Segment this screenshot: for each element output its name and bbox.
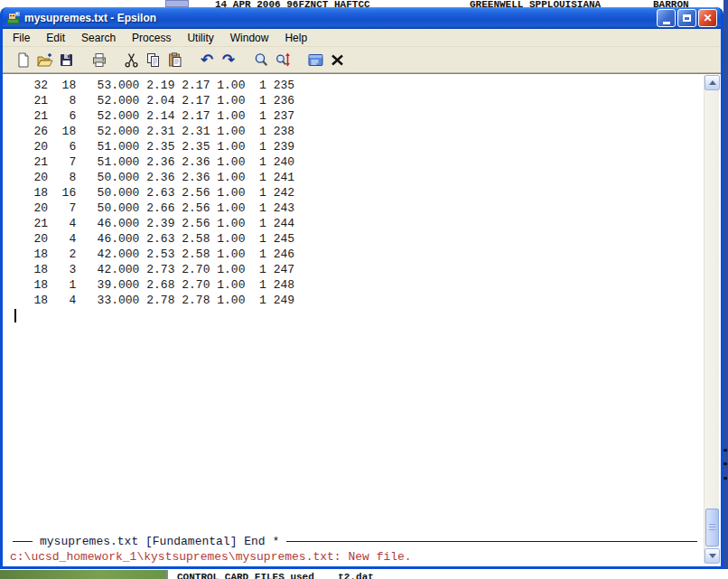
editor-line: 20 7 50.000 2.66 2.56 1.00 1 243 [13, 201, 721, 216]
mode-line-dash [13, 541, 33, 542]
maximize-icon [683, 14, 691, 22]
paste-button[interactable] [163, 49, 185, 70]
delete-button[interactable] [326, 49, 348, 70]
delete-x-icon [329, 51, 346, 69]
text-cursor [14, 309, 16, 322]
dialog-window-button[interactable] [304, 49, 326, 70]
background-window-bottom-sliver: CONTROL CARD FILES used t2.dat [0, 569, 728, 579]
editor-line: 21 7 51.000 2.36 2.36 1.00 1 240 [13, 154, 721, 170]
cut-button[interactable] [120, 49, 142, 70]
editor-line: 21 4 46.000 2.39 2.56 1.00 1 244 [13, 216, 721, 231]
save-floppy-icon [58, 51, 75, 69]
close-icon: ✕ [703, 13, 712, 23]
menu-file[interactable]: File [5, 30, 38, 46]
search-icon [253, 51, 270, 69]
maximize-button[interactable] [677, 9, 696, 27]
background-lavender-box [165, 0, 189, 7]
mode-line: mysupremes.txt [Fundamental] End * [3, 534, 721, 549]
editor-line: 21 6 52.000 2.14 2.17 1.00 1 237 [13, 108, 721, 124]
epsilon-app-icon [6, 11, 21, 25]
search-button[interactable] [250, 49, 272, 70]
background-text-fragment: BARRON [653, 0, 689, 7]
undo-button[interactable]: ↶ [196, 49, 218, 70]
text-editor[interactable]: 32 18 53.000 2.19 2.17 1.00 1 235 21 8 5… [3, 74, 721, 534]
background-text-fragment: GREENWELL SPPLOUISIANA [470, 0, 601, 7]
background-text-fragment: CONTROL CARD FILES used t2.dat [177, 572, 374, 579]
editor-line: 18 3 42.000 2.73 2.70 1.00 1 247 [13, 262, 721, 277]
open-folder-icon [36, 51, 53, 69]
menu-edit[interactable]: Edit [38, 30, 73, 46]
redo-icon: ↷ [222, 52, 235, 68]
background-window-top-sliver: 14 APR 2006 96FZNCT HAFTCC GREENWELL SPP… [0, 0, 723, 7]
scroll-up-icon [709, 80, 716, 85]
new-file-icon [14, 51, 32, 69]
save-button[interactable] [55, 49, 77, 70]
scroll-up-button[interactable] [705, 75, 720, 90]
menu-search[interactable]: Search [73, 30, 124, 46]
redo-button[interactable]: ↷ [218, 49, 239, 70]
scrollbar-grip [709, 524, 715, 531]
menubar: File Edit Search Process Utility Window … [3, 29, 721, 47]
echo-line: c:\ucsd_homework_1\kystsupremes\mysuprem… [3, 549, 721, 566]
editor-line: 18 4 33.000 2.78 2.78 1.00 1 249 [13, 293, 721, 308]
search-replace-icon [275, 51, 292, 69]
scroll-down-icon [709, 554, 716, 558]
menu-utility[interactable]: Utility [179, 30, 221, 46]
menu-process[interactable]: Process [124, 30, 179, 46]
open-file-button[interactable] [33, 49, 55, 70]
copy-button[interactable] [142, 49, 163, 70]
toolbar: ↶ ↷ [3, 47, 721, 73]
print-button[interactable] [88, 49, 109, 70]
dialog-window-icon [307, 51, 324, 69]
menu-help[interactable]: Help [276, 30, 315, 46]
menu-window[interactable]: Window [222, 30, 277, 46]
copy-icon [145, 51, 162, 69]
scrollbar-thumb[interactable] [705, 509, 719, 546]
background-text-fragment: 14 APR 2006 96FZNCT HAFTCC [215, 0, 370, 7]
background-window-right-sliver [723, 0, 728, 579]
vertical-scrollbar[interactable] [704, 75, 719, 564]
close-button[interactable]: ✕ [698, 9, 717, 27]
printer-icon [90, 51, 107, 69]
editor-line: 18 1 39.000 2.68 2.70 1.00 1 248 [13, 277, 721, 293]
editor-line: 21 8 52.000 2.04 2.17 1.00 1 236 [13, 93, 721, 108]
editor-line: 32 18 53.000 2.19 2.17 1.00 1 235 [13, 78, 721, 93]
scroll-down-button[interactable] [705, 548, 720, 564]
scissors-icon [123, 51, 140, 69]
editor-line: 18 2 42.000 2.53 2.58 1.00 1 246 [13, 247, 721, 262]
window-title: mysupremes.txt - Epsilon [24, 12, 657, 24]
mode-line-text: mysupremes.txt [Fundamental] End * [40, 535, 279, 548]
editor-line: 18 16 50.000 2.63 2.56 1.00 1 242 [13, 185, 721, 201]
search-replace-button[interactable] [272, 49, 294, 70]
editor-client-area: 32 18 53.000 2.19 2.17 1.00 1 235 21 8 5… [3, 73, 721, 566]
paste-clipboard-icon [166, 51, 183, 69]
undo-icon: ↶ [201, 52, 213, 68]
desktop-wallpaper-sliver [0, 570, 168, 579]
editor-line: 20 6 51.000 2.35 2.35 1.00 1 239 [13, 139, 721, 154]
screen: 14 APR 2006 96FZNCT HAFTCC GREENWELL SPP… [0, 0, 728, 579]
new-file-button[interactable] [12, 49, 33, 70]
mode-line-rule [286, 541, 697, 542]
minimize-button[interactable] [657, 9, 676, 27]
titlebar[interactable]: mysupremes.txt - Epsilon ✕ [3, 7, 721, 29]
epsilon-window: mysupremes.txt - Epsilon ✕ File Edit Sea… [0, 7, 723, 569]
editor-line: 26 18 52.000 2.31 2.31 1.00 1 238 [13, 124, 721, 139]
editor-line: 20 4 46.000 2.63 2.58 1.00 1 245 [13, 231, 721, 247]
editor-line: 20 8 50.000 2.36 2.36 1.00 1 241 [13, 170, 721, 185]
minimize-icon [663, 22, 670, 24]
